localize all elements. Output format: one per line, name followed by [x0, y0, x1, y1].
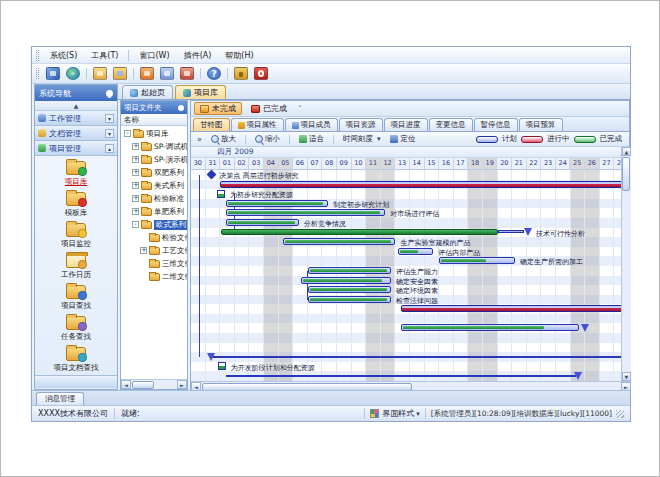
- filter-button-1[interactable]: 已完成: [246, 102, 292, 115]
- monitor-icon[interactable]: [46, 67, 60, 80]
- tree-item-0[interactable]: -项目库: [121, 127, 187, 140]
- chevron-down-icon[interactable]: ˅: [298, 105, 302, 113]
- collapse-icon[interactable]: -: [132, 221, 139, 228]
- gantt-tab-0[interactable]: 甘特图: [193, 118, 230, 131]
- chevron-down-icon[interactable]: ▾: [416, 410, 420, 418]
- gantt-tab-3[interactable]: 项目资源: [339, 118, 383, 131]
- task-bar[interactable]: [439, 257, 515, 264]
- menu-item-4[interactable]: 帮助(H): [218, 48, 260, 63]
- pin-icon[interactable]: [106, 90, 113, 97]
- folder-save-icon[interactable]: [113, 67, 127, 80]
- summary-bar[interactable]: [221, 229, 498, 235]
- chevron-down-icon[interactable]: ▾: [377, 135, 381, 143]
- tree-item-3[interactable]: +双肥系列: [121, 166, 187, 179]
- sidebar-item-6[interactable]: 项目文档查找: [35, 344, 117, 375]
- task-bar[interactable]: [308, 267, 391, 274]
- sidebar-item-1[interactable]: 模板库: [35, 189, 117, 220]
- task-bar[interactable]: [283, 238, 395, 245]
- tree-item-5[interactable]: +检验标准: [121, 192, 187, 205]
- doc-tab-1[interactable]: 项目库: [175, 85, 226, 99]
- tree-item-10[interactable]: 三维文件: [121, 257, 187, 270]
- tree-item-1[interactable]: +SP-调试机系: [121, 140, 187, 153]
- gantt-chart-area[interactable]: 决策点 高层进行初步研究为初步研究分配资源制定初步研究计划对市场进行评估分析竞争…: [191, 170, 621, 381]
- resize-grip[interactable]: [616, 410, 624, 418]
- gantt-toolbar-button-2[interactable]: 适合: [295, 133, 328, 145]
- menu-item-2[interactable]: 窗口(W): [132, 48, 176, 63]
- expand-icon[interactable]: +: [140, 247, 147, 254]
- gantt-toolbar-button-4[interactable]: 定位: [386, 133, 419, 145]
- pin-icon[interactable]: [178, 105, 184, 111]
- interface-style-button[interactable]: 界面样式: [382, 408, 414, 419]
- tree-item-11[interactable]: 二维文件: [121, 270, 187, 283]
- gantt-tab-2[interactable]: 项目成员: [285, 118, 338, 131]
- milestone-diamond[interactable]: [207, 170, 217, 179]
- tree-item-8[interactable]: 检验文件: [121, 231, 187, 244]
- sidebar-item-4[interactable]: 项目查找: [35, 282, 117, 313]
- globe-icon[interactable]: [66, 67, 80, 80]
- menu-item-0[interactable]: 系统(S): [43, 48, 84, 63]
- scroll-down-icon[interactable]: ▼: [622, 372, 631, 381]
- scroll-thumb[interactable]: [622, 157, 630, 191]
- tree-column-header[interactable]: 名称: [121, 114, 187, 126]
- nav-collapse-button[interactable]: ▲: [35, 101, 117, 111]
- collapse-icon[interactable]: -: [124, 130, 131, 137]
- tree-item-7[interactable]: -欧式系列: [121, 218, 187, 231]
- help-icon[interactable]: [207, 67, 221, 80]
- lock-icon[interactable]: [234, 67, 248, 80]
- gantt-tab-5[interactable]: 变更信息: [429, 118, 473, 131]
- menu-grip[interactable]: [36, 50, 39, 61]
- scroll-right-icon[interactable]: ►: [177, 380, 187, 389]
- folder-open-icon[interactable]: [93, 67, 107, 80]
- tab-message-management[interactable]: 消息管理: [36, 392, 84, 405]
- tree-item-2[interactable]: +SP-演示机系: [121, 153, 187, 166]
- expand-icon[interactable]: +: [132, 169, 139, 176]
- chevron-down-icon[interactable]: ▾: [105, 129, 114, 138]
- sidebar-item-5[interactable]: 任务查找: [35, 313, 117, 344]
- mail-icon[interactable]: [140, 67, 154, 80]
- expand-icon[interactable]: +: [132, 143, 139, 150]
- scroll-up-icon[interactable]: ▲: [622, 147, 631, 156]
- sidebar-item-2[interactable]: 项目监控: [35, 220, 117, 251]
- expand-icon[interactable]: +: [132, 182, 139, 189]
- tree-item-6[interactable]: +单肥系列: [121, 205, 187, 218]
- tree-item-9[interactable]: +工艺文件: [121, 244, 187, 257]
- task-bar[interactable]: [401, 324, 579, 331]
- task-bar[interactable]: [398, 248, 433, 255]
- milestone-box[interactable]: [217, 190, 225, 198]
- task-bar[interactable]: [301, 277, 392, 284]
- chevron-down-icon[interactable]: ▾: [105, 114, 114, 123]
- tree-item-4[interactable]: +美式系列: [121, 179, 187, 192]
- expand-icon[interactable]: +: [132, 195, 139, 202]
- task-bar-active[interactable]: [401, 305, 621, 312]
- toolbar-grip[interactable]: [36, 68, 39, 79]
- milestone-box[interactable]: [218, 362, 226, 370]
- task-bar[interactable]: [308, 286, 391, 293]
- gantt-tab-4[interactable]: 项目进度: [384, 118, 428, 131]
- gantt-toolbar-button-3[interactable]: 时间刻度▾: [339, 133, 385, 145]
- task-bar[interactable]: [226, 209, 385, 216]
- menu-item-1[interactable]: 工具(T): [84, 48, 125, 63]
- summary-line[interactable]: [226, 375, 576, 377]
- nav-section-0[interactable]: 工作管理▾: [35, 111, 117, 126]
- expand-icon[interactable]: +: [132, 156, 139, 163]
- toolbar-overflow-icon[interactable]: »: [194, 135, 205, 144]
- task-bar-active[interactable]: [220, 181, 621, 188]
- gantt-toolbar-button-0[interactable]: 放大: [207, 133, 240, 145]
- task-bar[interactable]: [308, 296, 391, 303]
- sidebar-item-3[interactable]: 工作日历: [35, 251, 117, 282]
- doc-settings-icon[interactable]: [160, 67, 174, 80]
- gantt-tab-7[interactable]: 项目预算: [519, 118, 563, 131]
- filter-button-0[interactable]: 未完成: [194, 102, 242, 115]
- task-bar[interactable]: [226, 200, 328, 207]
- gantt-vertical-scrollbar[interactable]: ▲ ▼: [621, 147, 631, 381]
- doc-sync-icon[interactable]: [180, 67, 194, 80]
- doc-tab-0[interactable]: 起始页: [122, 85, 173, 99]
- gantt-toolbar-button-1[interactable]: 缩小: [251, 133, 284, 145]
- nav-section-1[interactable]: 文档管理▾: [35, 126, 117, 141]
- gantt-tab-1[interactable]: 项目属性: [231, 118, 284, 131]
- nav-section-partial[interactable]: [35, 375, 117, 388]
- scroll-thumb[interactable]: [132, 381, 154, 389]
- sidebar-item-0[interactable]: 项目库: [35, 158, 117, 189]
- gantt-tab-6[interactable]: 暂停信息: [474, 118, 518, 131]
- power-icon[interactable]: [254, 67, 268, 80]
